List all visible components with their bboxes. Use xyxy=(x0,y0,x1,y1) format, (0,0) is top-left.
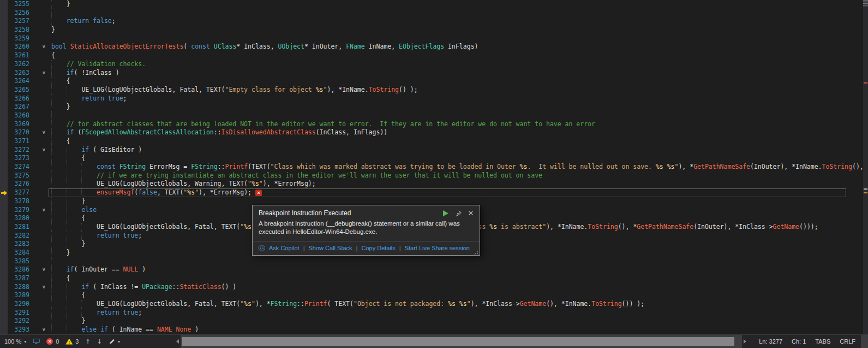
breakpoint-margin[interactable] xyxy=(0,266,8,274)
code-editor[interactable]: 3255}32563257return false;3258}32593260∨… xyxy=(0,0,868,334)
code-text[interactable]: { xyxy=(51,291,868,300)
breakpoint-margin[interactable] xyxy=(0,317,8,326)
fold-collapse-icon[interactable]: ∨ xyxy=(42,128,51,137)
code-text[interactable]: // for abstract classes that are being l… xyxy=(51,120,868,129)
breakpoint-margin[interactable] xyxy=(0,17,8,26)
zoom-control[interactable]: 100 % ▾ xyxy=(4,338,26,345)
code-text[interactable]: { xyxy=(51,77,868,86)
code-text[interactable]: const FString ErrorMsg = FString::Printf… xyxy=(51,163,868,172)
breakpoint-margin[interactable] xyxy=(0,128,8,137)
code-text[interactable]: { xyxy=(51,154,868,163)
scrollbar-thumb[interactable] xyxy=(182,337,734,346)
code-text[interactable]: if( !InClass ) xyxy=(51,69,868,78)
code-area[interactable]: 3255}32563257return false;3258}32593260∨… xyxy=(0,0,868,334)
fold-collapse-icon[interactable]: ∨ xyxy=(42,326,51,334)
fold-collapse-icon[interactable]: ∨ xyxy=(42,43,51,51)
breakpoint-margin[interactable] xyxy=(0,274,8,283)
breakpoint-margin[interactable] xyxy=(0,86,8,95)
scroll-left-button[interactable] xyxy=(176,339,179,344)
code-text[interactable]: UE_LOG(LogUObjectGlobals, Fatal, TEXT("E… xyxy=(51,86,868,95)
breakpoint-margin[interactable] xyxy=(0,214,8,223)
split-editor-handle[interactable] xyxy=(863,0,868,7)
fold-collapse-icon[interactable]: ∨ xyxy=(42,146,51,155)
vertical-scrollbar[interactable] xyxy=(863,0,868,334)
code-text[interactable]: if (FScopedAllowAbstractClassAllocation:… xyxy=(51,128,868,137)
breakpoint-margin[interactable] xyxy=(0,257,8,266)
breakpoint-margin[interactable] xyxy=(0,60,8,69)
breakpoint-margin[interactable] xyxy=(0,291,8,300)
fold-collapse-icon[interactable]: ∨ xyxy=(42,69,51,78)
scroll-right-button[interactable] xyxy=(744,339,746,344)
breakpoint-margin[interactable] xyxy=(0,51,8,60)
fold-collapse-icon[interactable]: ∨ xyxy=(42,283,51,292)
breakpoint-margin[interactable] xyxy=(0,326,8,334)
breakpoint-margin[interactable] xyxy=(0,249,8,257)
code-text[interactable]: } xyxy=(51,0,868,9)
continue-button[interactable] xyxy=(442,209,450,217)
breakpoint-margin[interactable] xyxy=(0,34,8,43)
breakpoint-margin[interactable] xyxy=(0,180,8,188)
warning-indicator[interactable]: ! 3 xyxy=(65,338,79,345)
code-text[interactable]: if ( GIsEditor ) xyxy=(51,146,868,155)
breakpoint-margin[interactable] xyxy=(0,309,8,317)
breakpoint-margin[interactable] xyxy=(0,69,8,78)
code-text[interactable]: return true; xyxy=(51,95,868,103)
code-text[interactable]: } xyxy=(51,317,868,326)
popup-link-copy-details[interactable]: Copy Details xyxy=(361,245,395,251)
code-text[interactable] xyxy=(51,34,868,43)
breakpoint-margin[interactable] xyxy=(0,163,8,172)
code-text[interactable]: UE_LOG(LogUObjectGlobals, Warning, TEXT(… xyxy=(51,180,868,188)
breakpoint-margin[interactable] xyxy=(0,120,8,129)
breakpoint-margin[interactable] xyxy=(0,197,8,206)
breakpoint-margin[interactable] xyxy=(0,146,8,155)
horizontal-scrollbar[interactable] xyxy=(175,335,748,348)
code-text[interactable]: { xyxy=(51,51,868,60)
error-indicator[interactable]: × 0 xyxy=(46,338,59,345)
breakpoint-margin[interactable] xyxy=(0,0,8,9)
code-text[interactable] xyxy=(51,257,868,266)
breakpoint-margin[interactable] xyxy=(0,223,8,232)
code-text[interactable]: { xyxy=(51,137,868,146)
close-icon[interactable]: × xyxy=(467,209,475,217)
popup-link-show-call-stack[interactable]: Show Call Stack xyxy=(309,245,352,251)
code-text[interactable]: } xyxy=(51,26,868,34)
code-text[interactable]: else if ( InName == NAME_None ) xyxy=(51,326,868,334)
document-health-button[interactable] xyxy=(33,338,40,345)
code-text[interactable]: // Validation checks. xyxy=(51,60,868,69)
breakpoint-margin[interactable] xyxy=(0,43,8,51)
breakpoint-margin[interactable] xyxy=(0,283,8,292)
popup-link-ask-copilot[interactable]: Ask Copilot xyxy=(269,245,300,251)
breakpoint-margin[interactable] xyxy=(0,111,8,120)
breakpoint-margin[interactable] xyxy=(0,300,8,309)
breakpoint-margin[interactable] xyxy=(0,103,8,111)
code-text[interactable] xyxy=(51,9,868,17)
fold-collapse-icon[interactable]: ∨ xyxy=(42,266,51,274)
breakpoint-margin[interactable] xyxy=(0,95,8,103)
popup-link-start-live-share-session[interactable]: Start Live Share session xyxy=(405,245,470,251)
edit-mode-button[interactable]: ▾ xyxy=(109,338,120,345)
resize-grip[interactable] xyxy=(473,249,478,254)
next-issue-button[interactable]: ↓ xyxy=(97,338,102,345)
breakpoint-margin[interactable] xyxy=(0,154,8,163)
breakpoint-margin[interactable] xyxy=(0,206,8,215)
fold-collapse-icon[interactable]: ∨ xyxy=(42,206,51,215)
code-text[interactable]: } xyxy=(51,103,868,111)
breakpoint-margin[interactable] xyxy=(0,9,8,17)
code-text[interactable]: { xyxy=(51,274,868,283)
code-text[interactable]: return false; xyxy=(51,17,868,26)
code-text[interactable]: if ( InClass != UPackage::StaticClass() … xyxy=(51,283,868,292)
line-indicator[interactable]: Ln: 3277 xyxy=(759,338,782,345)
breakpoint-margin[interactable] xyxy=(0,26,8,34)
breakpoint-margin[interactable] xyxy=(0,137,8,146)
code-text[interactable]: bool StaticAllocateObjectErrorTests( con… xyxy=(51,43,868,51)
breakpoint-margin[interactable] xyxy=(0,77,8,86)
prev-issue-button[interactable]: ↑ xyxy=(85,338,90,345)
breakpoint-error-badge-icon[interactable]: × xyxy=(255,190,262,196)
breakpoint-margin[interactable] xyxy=(0,232,8,240)
code-text[interactable]: ensureMsgf(false, TEXT("%s"), *ErrorMsg)… xyxy=(51,188,868,197)
column-indicator[interactable]: Ch: 1 xyxy=(792,338,806,345)
tabs-indicator[interactable]: TABS xyxy=(815,338,830,345)
code-text[interactable]: return true; xyxy=(51,309,868,317)
scrollbar-track[interactable] xyxy=(181,335,742,348)
line-ending-indicator[interactable]: CRLF xyxy=(840,338,855,345)
